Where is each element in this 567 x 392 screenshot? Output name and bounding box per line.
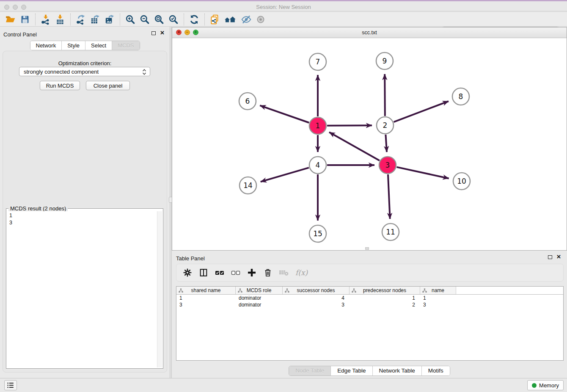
cell-MCDS-role[interactable]: dominator — [236, 301, 283, 308]
result-scrollbar[interactable] — [157, 211, 162, 367]
dropdown-stepper-icon — [142, 68, 147, 77]
add-column-button[interactable] — [245, 266, 259, 279]
edge-3-1[interactable] — [329, 132, 380, 160]
refresh-layout-button[interactable] — [187, 13, 201, 26]
run-mcds-button[interactable]: Run MCDS — [40, 81, 80, 90]
edge-2-9[interactable] — [385, 74, 385, 116]
zoom-out-button[interactable] — [138, 13, 152, 26]
close-panel-icon[interactable]: ✕ — [160, 31, 165, 35]
network-window-title: scc.txt — [172, 30, 567, 36]
import-table-button[interactable] — [53, 13, 67, 26]
edge-1-6[interactable] — [260, 105, 309, 123]
cell-name[interactable]: 1 — [420, 295, 456, 301]
node-label-14: 14 — [243, 181, 253, 190]
table-panel: Table Panel ✕ — [172, 252, 567, 378]
zoom-in-button[interactable] — [123, 13, 138, 26]
memory-button[interactable]: Memory — [527, 380, 564, 390]
criterion-dropdown-value: strongly connected component — [24, 69, 99, 75]
workspace-area: ✕ − + scc.txt 7968124314101511 Table Pan… — [172, 27, 567, 378]
tab-network[interactable]: Network — [30, 41, 61, 50]
cell-shared-name[interactable]: 1 — [176, 295, 236, 301]
cell-MCDS-role[interactable]: dominator — [236, 295, 283, 301]
delete-table-button[interactable] — [277, 266, 291, 279]
task-history-button[interactable] — [4, 380, 17, 390]
edge-3-11[interactable] — [388, 174, 390, 219]
edge-4-14[interactable] — [261, 168, 309, 182]
open-session-button[interactable] — [3, 13, 18, 26]
table-options-button[interactable] — [181, 266, 194, 279]
cell-predecessor-nodes[interactable]: 1 — [350, 295, 420, 301]
deselect-all-rows-button[interactable] — [229, 266, 242, 279]
export-image-button[interactable] — [102, 13, 117, 26]
delete-column-button[interactable] — [261, 266, 275, 279]
column-header-successor-nodes[interactable]: successor nodes — [283, 287, 350, 294]
memory-status-icon — [532, 383, 537, 388]
tab-select[interactable]: Select — [85, 41, 112, 50]
edge-2-3[interactable] — [385, 135, 387, 152]
plus-icon — [247, 268, 257, 278]
zoom-fit-button[interactable] — [152, 13, 166, 26]
column-header-name[interactable]: name — [420, 287, 456, 294]
control-panel: Control Panel ✕ NetworkStyleSelectMCDS O… — [0, 27, 170, 378]
node-label-6: 6 — [245, 97, 250, 105]
columns-icon — [199, 268, 208, 277]
cell-predecessor-nodes[interactable]: 2 — [350, 301, 420, 308]
first-neighbors-button[interactable] — [222, 13, 239, 26]
tab-mcds[interactable]: MCDS — [112, 41, 139, 50]
column-visibility-button[interactable] — [197, 266, 210, 279]
tab-node-table[interactable]: Node Table — [289, 366, 330, 375]
export-network-button[interactable] — [74, 13, 88, 26]
fx-icon: f(x) — [294, 268, 311, 278]
export-table-button[interactable] — [88, 13, 102, 26]
refresh-icon — [189, 14, 200, 25]
float-panel-icon[interactable] — [151, 31, 156, 35]
tab-style[interactable]: Style — [61, 41, 85, 50]
edge-2-8[interactable] — [394, 101, 449, 122]
table-row[interactable]: 3dominator323 — [176, 301, 563, 308]
import-network-button[interactable] — [39, 13, 53, 26]
column-type-icon — [179, 288, 183, 293]
column-header-predecessor-nodes[interactable]: predecessor nodes — [350, 287, 420, 294]
table-tabs: Node TableEdge TableNetwork TableMotifs — [172, 366, 567, 376]
cell-successor-nodes[interactable]: 3 — [283, 301, 350, 308]
tab-network-table[interactable]: Network Table — [372, 366, 421, 375]
table-header: shared nameMCDS rolesuccessor nodesprede… — [176, 287, 563, 295]
hide-selected-button[interactable] — [239, 13, 253, 26]
save-session-button[interactable] — [18, 13, 32, 26]
select-all-rows-button[interactable] — [213, 266, 226, 279]
close-table-panel-icon[interactable]: ✕ — [556, 255, 561, 259]
table-toolbar: f(x) — [176, 264, 564, 282]
column-label: successor nodes — [297, 287, 335, 293]
column-header-MCDS-role[interactable]: MCDS role — [236, 287, 283, 294]
tab-edge-table[interactable]: Edge Table — [330, 366, 372, 375]
float-table-panel-icon[interactable] — [548, 255, 552, 259]
optimization-criterion-label: Optimization criterion: — [0, 60, 170, 66]
zoom-in-icon — [125, 14, 136, 25]
criterion-dropdown[interactable]: strongly connected component — [19, 67, 150, 76]
column-label: name — [432, 287, 444, 293]
close-panel-button[interactable]: Close panel — [86, 81, 130, 90]
export-table-icon — [90, 14, 101, 25]
show-all-button[interactable] — [253, 13, 268, 26]
edge-3-10[interactable] — [396, 167, 449, 179]
mcds-result-text[interactable]: 1 3 — [7, 211, 157, 367]
function-builder-button[interactable]: f(x) — [293, 266, 312, 279]
edge-1-2[interactable] — [327, 125, 372, 126]
cell-name[interactable]: 3 — [420, 301, 456, 308]
node-label-2: 2 — [383, 121, 388, 130]
network-graph: 7968124314101511 — [172, 38, 567, 250]
clone-network-icon — [209, 14, 220, 25]
zoom-out-icon — [139, 14, 150, 25]
node-label-11: 11 — [386, 228, 395, 236]
clone-network-button[interactable] — [208, 13, 222, 26]
table-row[interactable]: 1dominator411 — [176, 295, 563, 301]
network-canvas[interactable]: 7968124314101511 — [172, 38, 567, 250]
cell-successor-nodes[interactable]: 4 — [283, 295, 350, 301]
node-label-10: 10 — [457, 177, 466, 185]
zoom-selected-button[interactable] — [166, 13, 181, 26]
tab-motifs[interactable]: Motifs — [421, 366, 450, 375]
column-header-shared-name[interactable]: shared name — [176, 287, 236, 294]
svg-text:f(x): f(x) — [295, 268, 308, 277]
cell-shared-name[interactable]: 3 — [176, 301, 236, 308]
canvas-scroll-grip[interactable] — [365, 247, 369, 250]
